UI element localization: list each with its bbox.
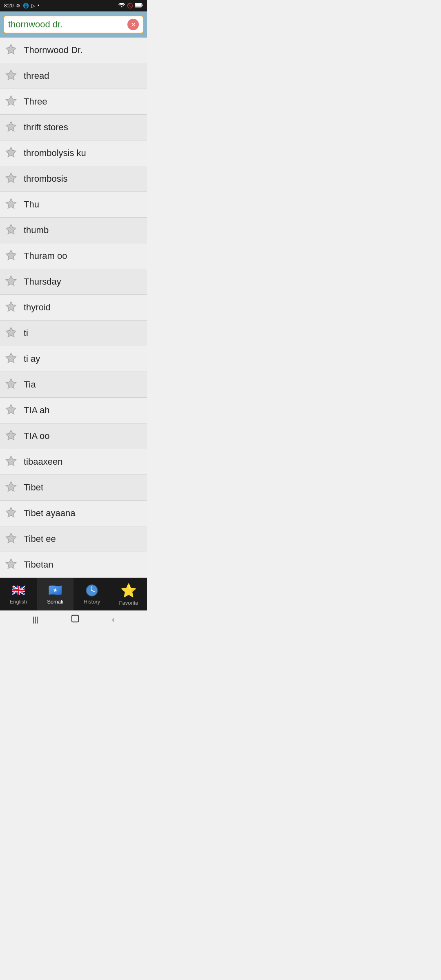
list-item[interactable]: Tibet [0, 475, 147, 501]
star-icon[interactable] [5, 403, 17, 417]
nosim-icon: 🚫 [127, 3, 133, 9]
star-icon[interactable] [5, 481, 17, 494]
item-text: thyroid [24, 302, 51, 313]
star-icon[interactable] [5, 198, 17, 212]
battery-icon [135, 3, 143, 9]
list-item[interactable]: TIA oo [0, 423, 147, 449]
play-icon: ▷ [31, 3, 35, 9]
star-icon[interactable] [5, 120, 17, 134]
favorite-star-icon: ⭐ [120, 583, 137, 598]
gear-icon: ⚙ [16, 3, 20, 9]
item-text: Thursday [24, 276, 61, 287]
svg-marker-22 [6, 533, 16, 543]
svg-marker-10 [6, 225, 16, 234]
home-button[interactable] [71, 614, 80, 625]
list-item[interactable]: Thu [0, 192, 147, 218]
time-display: 8:20 [4, 3, 13, 9]
item-text: ti [24, 328, 28, 339]
status-bar: 8:20 ⚙ 🌐 ▷ • 🚫 [0, 0, 147, 11]
item-text: Tibet ayaana [24, 508, 75, 519]
nav-somali[interactable]: 🇸🇴 Somali [37, 578, 74, 610]
item-text: thrombosis [24, 174, 68, 184]
nav-favorite[interactable]: ⭐ Favorite [110, 578, 147, 610]
list-item[interactable]: thumb [0, 218, 147, 243]
star-icon[interactable] [5, 223, 17, 237]
star-icon[interactable] [5, 43, 17, 57]
svg-marker-19 [6, 456, 16, 466]
list-item[interactable]: Tibet ee [0, 526, 147, 552]
list-item[interactable]: Thornwood Dr. [0, 38, 147, 63]
list-item[interactable]: TIA ah [0, 398, 147, 423]
menu-icon: ||| [33, 615, 38, 624]
globe-icon: 🌐 [23, 3, 29, 9]
list-item[interactable]: Three [0, 89, 147, 115]
svg-marker-8 [6, 173, 16, 183]
item-text: Thuram oo [24, 251, 67, 261]
svg-marker-16 [6, 379, 16, 389]
nav-somali-label: Somali [47, 599, 63, 605]
clear-button[interactable]: ✕ [127, 19, 139, 30]
star-icon[interactable] [5, 506, 17, 520]
star-icon[interactable] [5, 532, 17, 546]
list-item[interactable]: Thuram oo [0, 243, 147, 269]
home-icon [71, 614, 80, 625]
list-item[interactable]: Thursday [0, 269, 147, 295]
star-icon[interactable] [5, 275, 17, 289]
menu-button[interactable]: ||| [33, 615, 38, 624]
star-icon[interactable] [5, 352, 17, 366]
list-item[interactable]: Tibet ayaana [0, 501, 147, 526]
nav-history[interactable]: History [74, 578, 110, 610]
item-text: Thornwood Dr. [24, 45, 82, 56]
item-text: Three [24, 96, 47, 107]
system-nav: ||| ‹ [0, 610, 147, 628]
svg-marker-5 [6, 96, 16, 106]
list-item[interactable]: thyroid [0, 295, 147, 321]
list-item[interactable]: tibaaxeen [0, 449, 147, 475]
star-icon[interactable] [5, 558, 17, 572]
svg-rect-2 [135, 4, 141, 7]
list-item[interactable]: thread [0, 63, 147, 89]
list-item[interactable]: Tibetan [0, 552, 147, 578]
svg-marker-11 [6, 250, 16, 260]
star-icon[interactable] [5, 326, 17, 340]
star-icon[interactable] [5, 378, 17, 392]
svg-marker-18 [6, 430, 16, 440]
star-icon[interactable] [5, 455, 17, 469]
search-box: ✕ [3, 16, 144, 33]
item-text: thrift stores [24, 122, 68, 133]
svg-marker-21 [6, 508, 16, 517]
back-button[interactable]: ‹ [112, 615, 114, 624]
svg-marker-20 [6, 482, 16, 492]
svg-marker-13 [6, 302, 16, 312]
list-item[interactable]: thrombosis [0, 166, 147, 192]
item-text: TIA ah [24, 405, 50, 416]
list-item[interactable]: ti ay [0, 346, 147, 372]
item-text: Tibetan [24, 559, 53, 570]
search-input[interactable] [8, 19, 124, 30]
list-container: Thornwood Dr. thread Three thrift stores… [0, 38, 147, 578]
svg-marker-17 [6, 405, 16, 414]
star-icon[interactable] [5, 301, 17, 314]
svg-rect-29 [72, 615, 79, 622]
svg-rect-1 [142, 4, 143, 6]
list-item[interactable]: ti [0, 321, 147, 346]
star-icon[interactable] [5, 95, 17, 109]
english-flag-icon: 🇬🇧 [11, 584, 26, 597]
star-icon[interactable] [5, 249, 17, 263]
item-text: tibaaxeen [24, 457, 62, 467]
svg-marker-23 [6, 559, 16, 569]
star-icon[interactable] [5, 69, 17, 83]
star-icon[interactable] [5, 172, 17, 186]
list-item[interactable]: thrombolysis ku [0, 140, 147, 166]
list-item[interactable]: thrift stores [0, 115, 147, 140]
list-item[interactable]: Tia [0, 372, 147, 398]
item-text: TIA oo [24, 431, 50, 441]
item-text: Tia [24, 379, 36, 390]
wifi-icon [118, 2, 125, 9]
status-left: 8:20 ⚙ 🌐 ▷ • [4, 3, 40, 9]
star-icon[interactable] [5, 429, 17, 443]
nav-english[interactable]: 🇬🇧 English [0, 578, 37, 610]
nav-english-label: English [10, 599, 27, 605]
status-right: 🚫 [118, 2, 143, 9]
star-icon[interactable] [5, 146, 17, 160]
